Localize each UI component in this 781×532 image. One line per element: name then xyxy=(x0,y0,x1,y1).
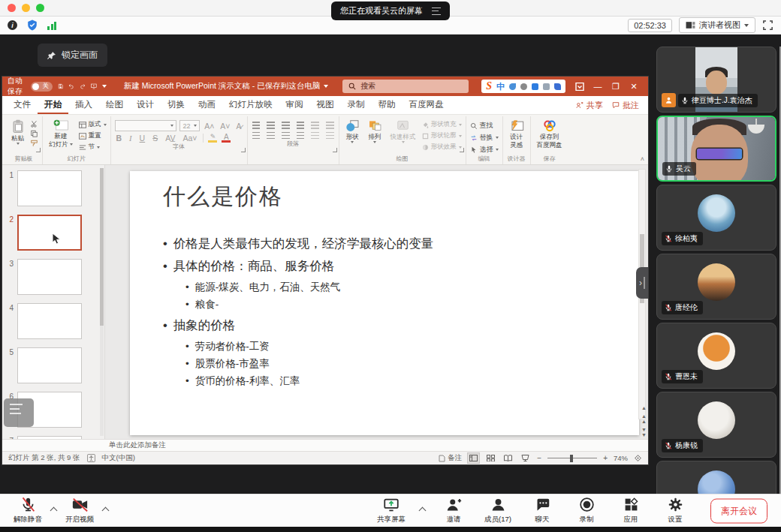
minimize-window-button[interactable] xyxy=(22,4,30,12)
collapse-ribbon-icon[interactable]: ˄ xyxy=(641,155,644,163)
arrange-button[interactable]: 排列 xyxy=(366,118,384,143)
participant-tile-active-speaker[interactable]: 吴云 xyxy=(656,116,776,182)
change-case-icon[interactable]: Aa˅ xyxy=(181,134,198,143)
tab-design[interactable]: 设计 xyxy=(130,96,161,114)
quick-styles-button[interactable]: 快速样式 xyxy=(388,118,418,143)
tab-slideshow[interactable]: 幻灯片放映 xyxy=(222,96,279,114)
reading-view-button[interactable] xyxy=(502,453,514,463)
leave-meeting-button[interactable]: 离开会议 xyxy=(710,498,767,523)
clipboard-dialog-launcher-icon[interactable] xyxy=(36,148,41,152)
start-video-button[interactable]: 开启视频 xyxy=(62,497,97,524)
slide-thumbnail[interactable] xyxy=(17,170,82,206)
share-button[interactable]: 共享 xyxy=(576,100,603,111)
layout-button[interactable]: 版式 xyxy=(79,120,107,129)
normal-view-button[interactable] xyxy=(468,453,479,463)
slide-thumbnail[interactable] xyxy=(17,303,82,339)
fullscreen-icon[interactable] xyxy=(762,20,773,31)
cut-icon[interactable] xyxy=(30,120,38,128)
previous-slide-icon[interactable]: ▲▲ xyxy=(641,413,647,424)
share-screen-button[interactable]: 共享屏幕 xyxy=(374,497,409,524)
smartart-convert-icon[interactable] xyxy=(326,132,334,134)
find-button[interactable]: 查找 xyxy=(470,121,499,131)
shape-outline-button[interactable]: 形状轮廓 xyxy=(422,131,462,140)
slideshow-view-button[interactable] xyxy=(520,453,531,463)
tab-draw[interactable]: 绘图 xyxy=(99,96,130,114)
slide-thumbnail-selected[interactable] xyxy=(17,215,82,251)
underline-button[interactable]: U xyxy=(138,134,147,143)
copy-icon[interactable] xyxy=(30,130,38,137)
align-center-icon[interactable] xyxy=(267,132,275,134)
view-mode-button[interactable]: 演讲者视图 xyxy=(679,17,755,33)
notes-bar[interactable]: 单击此处添加备注 xyxy=(2,439,648,451)
slide-canvas[interactable]: 什么是价格 价格是人类最伟大的发现，经济学最核心的变量 具体的价格：商品、服务价… xyxy=(130,171,639,435)
numbered-list-icon[interactable] xyxy=(267,122,275,123)
ppt-restore-icon[interactable]: ❐ xyxy=(607,82,625,92)
pin-screen-button[interactable]: 锁定画面 xyxy=(38,44,107,67)
save-icon[interactable] xyxy=(58,82,63,91)
tab-record[interactable]: 录制 xyxy=(341,96,372,114)
ppt-minimize-icon[interactable]: — xyxy=(589,82,607,91)
zoom-slider[interactable] xyxy=(547,458,597,459)
paste-button[interactable]: 粘贴 xyxy=(9,118,26,145)
slide-sorter-view-button[interactable] xyxy=(485,453,496,463)
line-spacing-icon[interactable] xyxy=(311,122,319,123)
sogou-ime-bar[interactable]: S 中 xyxy=(481,80,565,93)
paste-dropdown-icon[interactable] xyxy=(17,143,20,145)
participant-tile[interactable]: 唐经伦 xyxy=(656,254,776,320)
participant-tile[interactable]: 杨康锐 xyxy=(656,392,776,458)
invite-button[interactable]: 邀请 xyxy=(436,497,471,524)
align-right-icon[interactable] xyxy=(282,132,290,134)
scrollbar-thumb[interactable] xyxy=(100,168,104,326)
participant-tile-partial[interactable] xyxy=(656,461,776,494)
highlight-color-button[interactable]: ✎ xyxy=(208,134,217,143)
shrink-font-icon[interactable]: A˅ xyxy=(219,122,231,131)
notes-toggle-button[interactable]: 备注 xyxy=(439,453,462,463)
tab-help[interactable]: 帮助 xyxy=(372,96,403,114)
clear-format-icon[interactable]: A̷ xyxy=(234,122,243,131)
text-direction-icon[interactable] xyxy=(326,122,334,123)
font-dialog-launcher-icon[interactable] xyxy=(241,148,246,152)
redo-icon[interactable] xyxy=(80,82,86,91)
slide-thumbnail[interactable] xyxy=(17,436,82,439)
thumbnail-row-1[interactable]: 1 xyxy=(2,170,104,206)
tab-home[interactable]: 开始 xyxy=(38,96,68,114)
tab-insert[interactable]: 插入 xyxy=(68,96,99,114)
font-color-button[interactable]: A xyxy=(222,134,231,143)
zoom-window-button[interactable] xyxy=(36,4,44,12)
expand-panel-tab[interactable]: › xyxy=(636,267,648,299)
zoom-slider-thumb[interactable] xyxy=(570,455,573,462)
participants-button[interactable]: 成员(17) xyxy=(481,497,515,524)
save-to-baidu-button[interactable]: 保存到 百度网盘 xyxy=(535,118,565,149)
comments-button[interactable]: 批注 xyxy=(612,100,639,111)
paragraph-dialog-launcher-icon[interactable] xyxy=(333,148,337,152)
zoom-percentage[interactable]: 74% xyxy=(614,454,628,462)
design-ideas-button[interactable]: 设计 灵感 xyxy=(507,118,526,149)
shapes-button[interactable]: 形状 xyxy=(343,118,362,143)
fit-slide-icon[interactable] xyxy=(634,454,642,462)
accessibility-icon[interactable] xyxy=(87,454,95,462)
drawing-dialog-launcher-icon[interactable] xyxy=(460,148,464,152)
tab-animations[interactable]: 动画 xyxy=(191,96,222,114)
decrease-indent-icon[interactable] xyxy=(282,122,290,123)
next-slide-icon[interactable]: ▼▼ xyxy=(641,427,647,437)
participant-tile[interactable]: 徐柏夷 xyxy=(656,185,776,251)
zoom-in-icon[interactable]: + xyxy=(603,454,608,462)
settings-button[interactable]: 设置 xyxy=(658,497,692,524)
bold-button[interactable]: B xyxy=(115,134,124,143)
increase-indent-icon[interactable] xyxy=(297,122,305,123)
zoom-out-icon[interactable]: − xyxy=(537,454,541,462)
shape-fill-button[interactable]: 形状填充 xyxy=(422,120,462,129)
audio-options-chevron-icon[interactable] xyxy=(50,507,58,515)
encryption-shield-icon[interactable] xyxy=(27,20,38,31)
options-icon[interactable] xyxy=(432,8,441,15)
tab-view[interactable]: 视图 xyxy=(310,96,341,114)
font-family-select[interactable] xyxy=(115,120,177,131)
meeting-info-icon[interactable]: i xyxy=(8,20,17,30)
justify-icon[interactable] xyxy=(297,132,305,134)
close-window-button[interactable] xyxy=(8,4,16,12)
apps-button[interactable]: 应用 xyxy=(614,497,648,524)
select-button[interactable]: 选择 xyxy=(470,145,499,155)
slide-thumbnail[interactable] xyxy=(17,347,82,383)
font-size-select[interactable]: 22 xyxy=(179,120,200,131)
format-painter-icon[interactable] xyxy=(30,140,38,147)
